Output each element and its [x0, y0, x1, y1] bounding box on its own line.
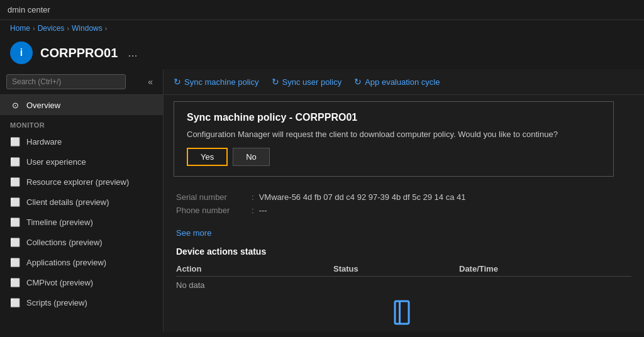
sync-machine-policy-icon: ↻: [174, 77, 181, 87]
device-header: i CORPPRO01 ...: [0, 36, 644, 69]
app-evaluation-cycle-icon: ↻: [354, 77, 362, 87]
sidebar-item-cmpivot[interactable]: ⬜ CMPivot (preview): [0, 272, 163, 292]
dialog-no-button[interactable]: No: [233, 148, 270, 166]
search-bar-container: «: [0, 69, 163, 95]
sync-user-policy-icon: ↻: [272, 77, 279, 87]
resource-explorer-icon: ⬜: [10, 177, 20, 187]
serial-number-row: Serial number : VMware-56 4d fb 07 dd c4…: [176, 191, 631, 204]
sidebar-item-applications-label: Applications (preview): [26, 258, 106, 267]
sidebar-item-resource-explorer-label: Resource explorer (preview): [26, 177, 129, 187]
sidebar-item-collections[interactable]: ⬜ Collections (preview): [0, 232, 163, 252]
device-actions-section: Device actions status Action Status Date…: [164, 241, 644, 299]
action-bar: ↻ Sync machine policy ↻ Sync user policy…: [164, 69, 644, 95]
dialog-box: Sync machine policy - CORPPRO01 Configur…: [174, 101, 614, 177]
collapse-button[interactable]: «: [144, 75, 157, 88]
sidebar-item-overview-label: Overview: [26, 101, 60, 110]
user-experience-icon: ⬜: [10, 157, 20, 167]
breadcrumb-sep-1: ›: [33, 25, 35, 32]
sidebar-item-hardware-label: Hardware: [26, 137, 62, 146]
sidebar-item-collections-label: Collections (preview): [26, 238, 103, 247]
sync-machine-policy-label: Sync machine policy: [184, 77, 259, 87]
serial-number-value: VMware-56 4d fb 07 dd c4 92 97-39 4b df …: [259, 192, 466, 202]
see-more-link[interactable]: See more: [164, 224, 644, 241]
table-header: Action Status Date/Time: [176, 262, 631, 277]
sidebar-item-cmpivot-label: CMPivot (preview): [26, 278, 93, 287]
scripts-icon: ⬜: [10, 297, 20, 307]
breadcrumb-home[interactable]: Home: [10, 24, 30, 33]
main-layout: « ⊙ Overview Monitor ⬜ Hardware ⬜ User e…: [0, 69, 644, 332]
serial-number-colon: :: [252, 192, 254, 202]
no-data-text: No data: [176, 280, 205, 290]
device-icon: i: [10, 41, 33, 64]
column-datetime-header: Date/Time: [459, 264, 631, 273]
column-action-header: Action: [176, 264, 333, 273]
app-evaluation-cycle-label: App evaluation cycle: [365, 77, 440, 87]
sync-user-policy-label: Sync user policy: [282, 77, 342, 87]
breadcrumb-sep-3: ›: [105, 25, 108, 32]
cmpivot-icon: ⬜: [10, 277, 20, 287]
table-row-no-data: No data: [176, 277, 631, 294]
sidebar-item-scripts[interactable]: ⬜ Scripts (preview): [0, 292, 163, 312]
sidebar-item-timeline-label: Timeline (preview): [26, 218, 93, 227]
sidebar-item-user-experience-label: User experience: [26, 157, 86, 167]
device-more-button[interactable]: ...: [128, 47, 137, 60]
sidebar-item-user-experience[interactable]: ⬜ User experience: [0, 152, 163, 172]
breadcrumb-sep-2: ›: [67, 25, 69, 32]
dialog-buttons: Yes No: [187, 148, 601, 166]
sidebar-item-hardware[interactable]: ⬜ Hardware: [0, 131, 163, 152]
phone-number-colon: :: [252, 206, 254, 215]
sync-machine-policy-button[interactable]: ↻ Sync machine policy: [174, 74, 259, 89]
timeline-icon: ⬜: [10, 217, 20, 227]
dialog-message: Configuration Manager will request the c…: [187, 130, 601, 139]
device-details-section: Serial number : VMware-56 4d fb 07 dd c4…: [164, 183, 644, 224]
content-area: ↻ Sync machine policy ↻ Sync user policy…: [164, 69, 644, 332]
breadcrumb: Home › Devices › Windows ›: [0, 20, 644, 36]
phone-number-label: Phone number: [176, 206, 252, 215]
svg-rect-1: [399, 301, 401, 324]
phone-number-row: Phone number : ---: [176, 204, 631, 217]
hardware-icon: ⬜: [10, 136, 20, 146]
dialog-title: Sync machine policy - CORPPRO01: [187, 112, 601, 123]
sync-user-policy-button[interactable]: ↻ Sync user policy: [272, 74, 342, 89]
title-bar-text: dmin center: [8, 5, 50, 14]
sidebar-item-resource-explorer[interactable]: ⬜ Resource explorer (preview): [0, 172, 163, 192]
sidebar-item-client-details-label: Client details (preview): [26, 197, 109, 207]
overview-icon: ⊙: [10, 100, 20, 110]
sidebar-item-applications[interactable]: ⬜ Applications (preview): [0, 252, 163, 272]
dialog-yes-button[interactable]: Yes: [187, 148, 228, 166]
collections-icon: ⬜: [10, 237, 20, 247]
breadcrumb-windows[interactable]: Windows: [72, 24, 103, 33]
breadcrumb-devices[interactable]: Devices: [38, 24, 65, 33]
device-actions-title: Device actions status: [176, 246, 631, 257]
column-status-header: Status: [333, 264, 459, 273]
brand-icon: [392, 300, 415, 325]
sidebar-item-client-details[interactable]: ⬜ Client details (preview): [0, 192, 163, 212]
sidebar-item-timeline[interactable]: ⬜ Timeline (preview): [0, 212, 163, 232]
serial-number-label: Serial number: [176, 192, 252, 202]
search-input[interactable]: [6, 74, 126, 89]
sidebar: « ⊙ Overview Monitor ⬜ Hardware ⬜ User e…: [0, 69, 164, 332]
title-bar: dmin center: [0, 0, 644, 20]
sidebar-item-scripts-label: Scripts (preview): [26, 298, 87, 307]
applications-icon: ⬜: [10, 257, 20, 267]
app-evaluation-cycle-button[interactable]: ↻ App evaluation cycle: [354, 74, 440, 89]
device-name: CORPPRO01: [40, 46, 118, 60]
svg-rect-0: [395, 301, 409, 324]
brand-icon-container: [392, 300, 415, 327]
content-wrapper: Sync machine policy - CORPPRO01 Configur…: [164, 95, 644, 332]
monitor-section-label: Monitor: [0, 115, 163, 131]
sidebar-item-overview[interactable]: ⊙ Overview: [0, 95, 163, 115]
phone-number-value: ---: [259, 206, 267, 215]
client-details-icon: ⬜: [10, 197, 20, 207]
